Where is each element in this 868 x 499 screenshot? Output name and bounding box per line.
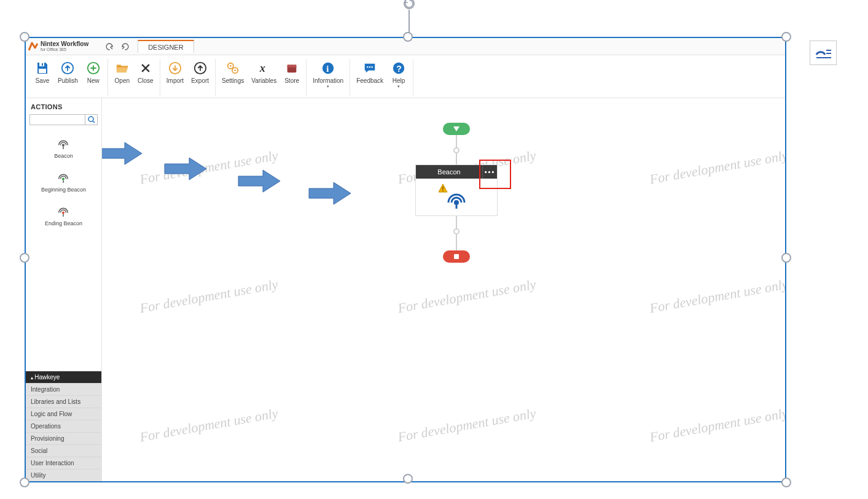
svg-point-20 — [367, 66, 368, 68]
resize-handle-tm[interactable] — [403, 32, 413, 42]
workflow-end-node[interactable] — [443, 250, 470, 263]
watermark: For development use only — [648, 276, 785, 316]
information-icon: i — [320, 60, 336, 76]
svg-line-26 — [93, 121, 95, 123]
variables-icon: x — [256, 60, 272, 76]
connector-line — [456, 135, 457, 147]
category-hawkeye[interactable]: Hawkeye — [26, 371, 101, 383]
category-user-interaction[interactable]: User Interaction — [26, 457, 101, 469]
svg-rect-6 — [39, 69, 46, 73]
import-button[interactable]: Import — [163, 59, 187, 96]
svg-text:i: i — [326, 64, 329, 74]
redo-button[interactable] — [119, 41, 130, 52]
action-beginning-beacon[interactable]: Beginning Beacon — [26, 165, 101, 199]
resize-handle-br[interactable] — [781, 478, 791, 487]
embedded-screenshot-frame[interactable]: Nintex Workflow for Office 365 DESIGNER … — [25, 37, 786, 482]
svg-point-29 — [61, 178, 64, 180]
watermark: For development use only — [648, 405, 785, 445]
feedback-icon — [362, 60, 378, 76]
workflow-start-node[interactable] — [443, 123, 470, 135]
beginning-beacon-icon — [56, 169, 72, 185]
import-icon — [167, 60, 183, 76]
rotation-stem — [409, 10, 410, 34]
resize-handle-bm[interactable] — [403, 474, 413, 484]
variables-button[interactable]: x Variables — [248, 59, 280, 96]
resize-handle-ml[interactable] — [20, 253, 29, 263]
svg-point-27 — [61, 144, 64, 147]
settings-icon — [225, 60, 241, 76]
play-down-icon — [453, 126, 460, 132]
watermark: For development use only — [396, 276, 537, 316]
resize-handle-bl[interactable] — [20, 478, 29, 487]
category-utility[interactable]: Utility — [26, 469, 101, 481]
watermark: For development use only — [396, 405, 537, 445]
category-provisioning[interactable]: Provisioning — [26, 432, 101, 444]
connector-line — [456, 234, 457, 250]
node-menu-button[interactable]: ••• — [482, 165, 497, 179]
tab-label: DESIGNER — [148, 44, 183, 51]
undo-button[interactable] — [104, 41, 115, 52]
store-icon — [284, 60, 300, 76]
export-icon — [192, 60, 208, 76]
sidebar-search — [29, 114, 98, 125]
svg-text:x: x — [259, 62, 265, 74]
workflow-canvas[interactable]: For development use only For development… — [102, 98, 785, 481]
watermark: For development use only — [138, 276, 279, 316]
action-beacon[interactable]: Beacon — [26, 131, 101, 165]
redo-icon — [120, 42, 129, 51]
information-button[interactable]: i Information ▾ — [309, 59, 347, 96]
stop-icon — [453, 253, 459, 260]
category-integration[interactable]: Integration — [26, 383, 101, 395]
feedback-button[interactable]: Feedback — [353, 59, 387, 96]
save-icon — [34, 60, 50, 76]
annotation-arrow-icon — [308, 181, 352, 206]
layout-options-button[interactable] — [810, 41, 837, 65]
undo-icon — [106, 42, 114, 51]
resize-handle-tr[interactable] — [781, 32, 791, 42]
workflow-node-beacon[interactable]: Beacon ••• — [415, 164, 498, 216]
open-button[interactable]: Open — [111, 59, 134, 96]
category-social[interactable]: Social — [26, 444, 101, 457]
export-button[interactable]: Export — [187, 59, 213, 96]
tab-designer[interactable]: DESIGNER — [138, 40, 194, 53]
category-operations[interactable]: Operations — [26, 420, 101, 432]
close-icon — [138, 60, 154, 76]
settings-button[interactable]: Settings — [218, 59, 248, 96]
annotation-arrow-icon — [163, 157, 208, 181]
app-name: Nintex Workflow — [41, 41, 88, 47]
new-button[interactable]: New — [82, 59, 105, 96]
layout-options-icon — [815, 46, 832, 60]
rotation-handle[interactable] — [403, 0, 415, 10]
help-button[interactable]: ? Help ▾ — [387, 59, 410, 96]
svg-rect-35 — [442, 187, 444, 190]
connector-dot[interactable] — [453, 147, 459, 153]
node-title: Beacon — [416, 168, 482, 176]
watermark: For development use only — [648, 147, 785, 187]
category-logic-and-flow[interactable]: Logic and Flow — [26, 408, 101, 420]
publish-icon — [60, 60, 76, 76]
svg-point-25 — [88, 117, 93, 122]
resize-handle-tl[interactable] — [20, 32, 29, 42]
save-button[interactable]: Save — [31, 59, 54, 96]
search-button[interactable] — [85, 115, 97, 125]
store-button[interactable]: Store — [280, 59, 303, 96]
publish-button[interactable]: Publish — [54, 59, 82, 96]
category-libraries-and-lists[interactable]: Libraries and Lists — [26, 395, 101, 408]
search-input[interactable] — [30, 115, 85, 125]
svg-point-21 — [369, 66, 370, 68]
connector-dot[interactable] — [453, 228, 459, 234]
resize-handle-mr[interactable] — [781, 253, 791, 263]
app-subtitle: for Office 365 — [41, 47, 88, 52]
ellipsis-icon: ••• — [485, 168, 496, 176]
action-ending-beacon[interactable]: Ending Beacon — [26, 199, 101, 233]
svg-point-22 — [372, 66, 373, 68]
svg-point-13 — [230, 65, 232, 67]
app-logo: Nintex Workflow for Office 365 — [28, 41, 88, 52]
close-button[interactable]: Close — [134, 59, 157, 96]
ribbon: Save Publish New Open Close — [26, 55, 785, 98]
svg-point-33 — [454, 200, 459, 205]
actions-sidebar: ACTIONS Beacon Beginning Beacon E — [26, 98, 102, 481]
connector-line — [456, 216, 457, 228]
svg-rect-36 — [442, 190, 444, 191]
new-icon — [85, 60, 101, 76]
